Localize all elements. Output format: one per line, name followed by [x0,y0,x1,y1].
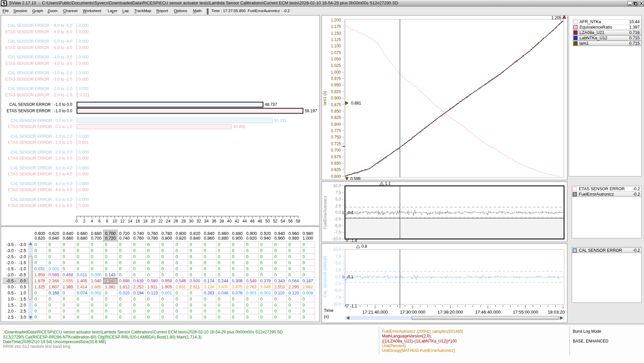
svg-text:0: 0 [218,303,220,308]
svg-text:-5.0: -5.0 [334,288,341,293]
svg-text:-: - [15,297,16,301]
svg-text:1.382: 1.382 [105,285,116,289]
svg-text:0.8: 0.8 [361,244,367,249]
svg-text:0: 0 [133,254,136,259]
svg-text:0: 0 [147,260,150,265]
svg-text:0: 0 [303,254,305,259]
svg-text:0.620: 0.620 [35,236,45,241]
svg-text:0.960: 0.960 [274,236,285,241]
svg-text:17:21:40.000: 17:21:40.000 [362,310,388,315]
svg-text:ETAS SENSOR ERROR : -1.0 to 0.: ETAS SENSOR ERROR : -1.0 to 0.0 [7,109,72,113]
svg-text:1.175: 1.175 [331,24,341,29]
svg-text:0: 0 [289,315,291,320]
svg-text:0: 0 [176,254,178,259]
svg-text:0.000: 0.000 [91,273,101,277]
svg-text:0: 0 [133,267,136,271]
svg-text:0: 0 [63,248,65,253]
svg-text:1.5: 1.5 [8,303,13,308]
svg-text:0: 0 [49,309,51,314]
svg-text:0: 0 [35,242,37,247]
svg-text:0: 0 [289,303,291,308]
svg-text:0: 0 [274,260,277,265]
svg-text:40: 40 [227,219,232,224]
svg-text:0: 0 [105,260,108,265]
svg-text:0.000: 0.000 [79,77,89,82]
svg-text:2.5: 2.5 [20,309,26,314]
svg-text:7.5: 7.5 [335,254,341,259]
svg-text:1.878: 1.878 [35,279,45,283]
svg-text:-1.0: -1.0 [19,267,26,271]
svg-text:0.001: 0.001 [162,291,172,295]
svg-text:-: - [15,309,16,314]
svg-text:0: 0 [303,248,305,253]
svg-text:0.760: 0.760 [133,236,144,241]
svg-text:ETAS SENSOR ERROR : 4.0 to 5.0: ETAS SENSOR ERROR : 4.0 to 5.0 [8,188,73,192]
svg-text:0: 0 [105,309,108,314]
svg-text:-: - [15,254,16,259]
svg-text:-7.5: -7.5 [334,230,341,235]
svg-text:0.283: 0.283 [204,291,214,295]
svg-text:0: 0 [133,273,136,277]
svg-text:0.940: 0.940 [260,236,271,241]
svg-text:0.000: 0.000 [79,134,89,139]
svg-text:-: - [15,279,16,283]
svg-text:0.001: 0.001 [79,140,89,145]
svg-text:0.700: 0.700 [331,148,341,153]
svg-text:4: 4 [91,219,93,224]
svg-text:0: 0 [246,315,249,320]
svg-text:0.760: 0.760 [147,231,158,236]
svg-text:0.5: 0.5 [20,285,26,289]
svg-text:0: 0 [77,260,79,265]
svg-text:0: 0 [147,254,150,259]
svg-text:2.875: 2.875 [232,285,243,289]
svg-text:CAL SENSOR ERROR : 2.0 to 3.0: CAL SENSOR ERROR : 2.0 to 3.0 [10,150,72,155]
svg-text:20: 20 [151,219,156,224]
svg-text:42: 42 [235,219,240,224]
svg-text:0: 0 [119,254,122,259]
svg-text:3.049: 3.049 [260,285,271,289]
svg-text:0.925: 0.925 [331,89,341,94]
svg-text:0.580: 0.580 [147,279,158,283]
svg-text:0: 0 [133,242,136,247]
svg-text:0.980: 0.980 [289,236,299,241]
svg-text:0: 0 [147,303,150,308]
svg-text:28: 28 [181,219,186,224]
svg-text:3.400: 3.400 [218,285,228,289]
svg-text:-2.0: -2.0 [19,254,26,259]
svg-text:1.150: 1.150 [331,31,341,36]
svg-text:0: 0 [147,267,150,271]
svg-text:0: 0 [260,273,263,277]
svg-text:-1.4: -1.4 [350,238,357,242]
svg-text:0.900: 0.900 [331,96,341,100]
svg-text:0.500: 0.500 [190,279,200,283]
svg-text:0: 0 [63,291,65,295]
svg-text:-2.5: -2.5 [6,254,14,259]
svg-text:0: 0 [274,303,277,308]
svg-text:0: 0 [232,303,234,308]
svg-text:0.194: 0.194 [133,291,144,295]
svg-text:1.325: 1.325 [35,285,45,289]
svg-text:2.511: 2.511 [190,285,200,289]
svg-text:0: 0 [260,242,263,247]
svg-text:2.5: 2.5 [335,204,341,208]
svg-text:0: 0 [162,248,164,253]
svg-text:17:46:40.000: 17:46:40.000 [475,310,501,315]
svg-text:0: 0 [246,297,249,301]
svg-text:0: 0 [218,297,220,301]
svg-text:50: 50 [265,219,270,224]
svg-text:0: 0 [63,297,65,301]
svg-text:0.000: 0.000 [79,23,89,28]
svg-text:-2.5: -2.5 [19,248,26,253]
svg-text:CAL SENSOR ERROR: CAL SENSOR ERROR [323,256,328,297]
svg-text:12: 12 [120,219,125,224]
svg-text:0.000: 0.000 [79,182,89,186]
svg-text:0.800: 0.800 [176,231,186,236]
svg-text:0: 0 [91,242,93,247]
svg-text:0: 0 [35,260,37,265]
svg-text:0.640: 0.640 [49,236,59,241]
svg-text:0.143: 0.143 [105,273,116,277]
svg-text:1.100: 1.100 [331,44,341,48]
svg-text:0.458: 0.458 [63,273,73,277]
svg-text:2.547: 2.547 [105,279,116,283]
svg-text:0.920: 0.920 [260,231,271,236]
